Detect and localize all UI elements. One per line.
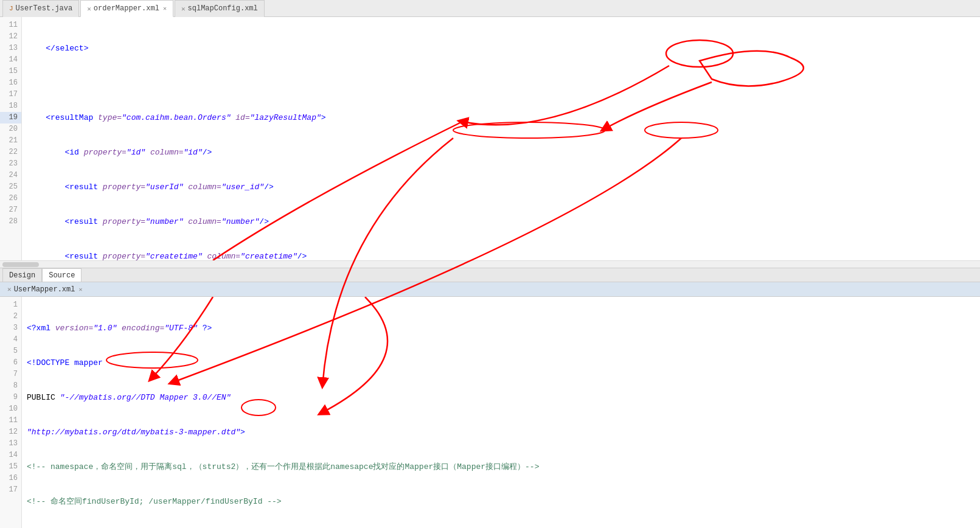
tab-ordermapper[interactable]: ✕ orderMapper.xml ✕ bbox=[80, 0, 173, 17]
top-tab-bar: J UserTest.java ✕ orderMapper.xml ✕ ✕ sq… bbox=[0, 0, 980, 17]
xml-file-icon-user: ✕ bbox=[7, 285, 12, 293]
code-line-13: <resultMap type="com.caihm.bean.Orders" … bbox=[27, 112, 975, 123]
top-line-numbers: 11 12 13 14 15 16 17 18 19 20 21 22 23 2… bbox=[0, 17, 22, 260]
bottom-editor: 1 2 3 4 5 6 7 8 9 10 11 12 13 14 15 16 1… bbox=[0, 297, 980, 528]
bottom-line-3: PUBLIC "-//mybatis.org//DTD Mapper 3.0//… bbox=[27, 392, 975, 403]
bottom-line-6: <!-- 命名空间findUserById; /userMapper/findU… bbox=[27, 496, 975, 507]
tab-usertest[interactable]: J UserTest.java bbox=[2, 0, 79, 17]
bottom-editor-header: ✕ UserMapper.xml ✕ bbox=[0, 282, 980, 297]
design-tab-label: Design bbox=[9, 271, 35, 280]
tab-sqlmapconfig[interactable]: ✕ sqlMapConfig.xml bbox=[175, 0, 265, 17]
bottom-code-content: <?xml version="1.0" encoding="UTF-8" ?> … bbox=[22, 297, 980, 528]
code-line-17: <result property="createtime" column="cr… bbox=[27, 251, 975, 260]
bottom-editor-tab-close[interactable]: ✕ bbox=[78, 286, 82, 293]
code-line-15: <result property="userId" column="user_i… bbox=[27, 181, 975, 193]
code-line-14: <id property="id" column="id"/> bbox=[27, 147, 975, 158]
top-editor-scrollbar[interactable] bbox=[0, 260, 980, 268]
main-wrapper: J UserTest.java ✕ orderMapper.xml ✕ ✕ sq… bbox=[0, 0, 980, 528]
tab-sqlmapconfig-label: sqlMapConfig.xml bbox=[188, 4, 258, 13]
bottom-line-1: <?xml version="1.0" encoding="UTF-8" ?> bbox=[27, 322, 975, 334]
xml-file-icon-order: ✕ bbox=[87, 5, 91, 13]
java-file-icon: J bbox=[9, 5, 13, 12]
bottom-code-container: 1 2 3 4 5 6 7 8 9 10 11 12 13 14 15 16 1… bbox=[0, 297, 980, 528]
tab-ordermapper-close[interactable]: ✕ bbox=[163, 5, 167, 12]
bottom-editor-tab-label: UserMapper.xml bbox=[14, 285, 75, 294]
bottom-line-numbers: 1 2 3 4 5 6 7 8 9 10 11 12 13 14 15 16 1… bbox=[0, 297, 22, 528]
bottom-line-5: <!-- namespace，命名空间，用于隔离sql，（struts2），还有… bbox=[27, 461, 975, 473]
code-line-12 bbox=[27, 77, 975, 89]
code-line-11: </select> bbox=[27, 43, 975, 54]
top-editor: 11 12 13 14 15 16 17 18 19 20 21 22 23 2… bbox=[0, 17, 980, 260]
top-code-container: 11 12 13 14 15 16 17 18 19 20 21 22 23 2… bbox=[0, 17, 980, 260]
top-code-content: </select> <resultMap type="com.caihm.bea… bbox=[22, 17, 980, 260]
tab-source[interactable]: Source bbox=[42, 268, 82, 282]
tab-usertest-label: UserTest.java bbox=[16, 4, 73, 13]
tab-design[interactable]: Design bbox=[2, 268, 42, 282]
bottom-line-4: "http://mybatis.org/dtd/mybatis-3-mapper… bbox=[27, 426, 975, 438]
bottom-line-2: <!DOCTYPE mapper bbox=[27, 357, 975, 369]
view-mode-tabs: Design Source bbox=[0, 268, 980, 282]
xml-file-icon-sql: ✕ bbox=[181, 5, 186, 13]
code-line-16: <result property="number" column="number… bbox=[27, 216, 975, 228]
bottom-editor-tab[interactable]: ✕ UserMapper.xml ✕ bbox=[2, 282, 87, 297]
source-tab-label: Source bbox=[49, 271, 75, 280]
scrollbar-thumb[interactable] bbox=[2, 262, 39, 267]
tab-ordermapper-label: orderMapper.xml bbox=[94, 4, 159, 13]
